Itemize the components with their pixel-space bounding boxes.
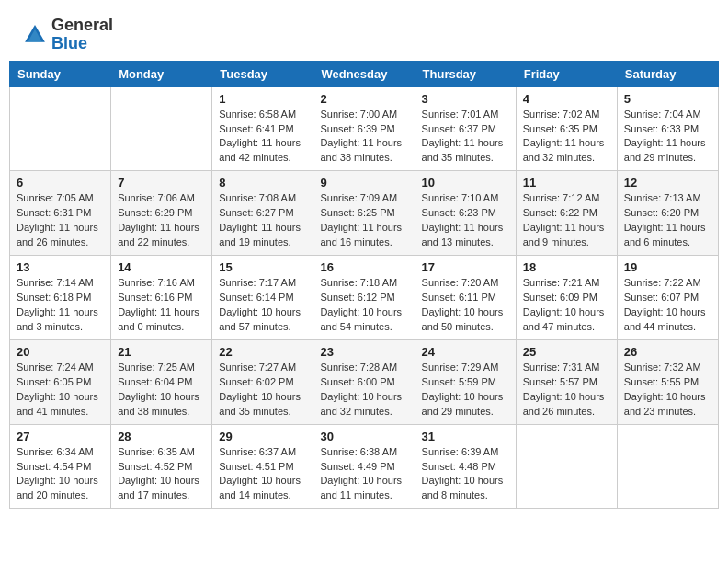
calendar-cell: 22Sunrise: 7:27 AMSunset: 6:02 PMDayligh…: [212, 339, 313, 424]
day-info: Sunrise: 7:27 AMSunset: 6:02 PMDaylight:…: [219, 361, 306, 419]
day-info: Sunrise: 7:14 AMSunset: 6:18 PMDaylight:…: [17, 276, 104, 335]
page-header: General Blue: [0, 0, 728, 61]
calendar-cell: 17Sunrise: 7:20 AMSunset: 6:11 PMDayligh…: [415, 256, 516, 340]
calendar-cell: 24Sunrise: 7:29 AMSunset: 5:59 PMDayligh…: [415, 339, 516, 424]
day-info: Sunrise: 7:32 AMSunset: 5:55 PMDaylight:…: [624, 361, 711, 419]
day-number: 3: [422, 92, 509, 106]
calendar-cell: 15Sunrise: 7:17 AMSunset: 6:14 PMDayligh…: [212, 256, 313, 340]
day-info: Sunrise: 7:25 AMSunset: 6:04 PMDaylight:…: [118, 361, 205, 419]
calendar-cell: 31Sunrise: 6:39 AMSunset: 4:48 PMDayligh…: [415, 424, 516, 509]
day-info: Sunrise: 7:06 AMSunset: 6:29 PMDaylight:…: [118, 191, 205, 250]
day-info: Sunrise: 7:22 AMSunset: 6:07 PMDaylight:…: [624, 276, 711, 335]
day-number: 10: [422, 176, 509, 190]
day-number: 14: [118, 260, 205, 274]
day-info: Sunrise: 7:20 AMSunset: 6:11 PMDaylight:…: [422, 276, 509, 335]
calendar-cell: 27Sunrise: 6:34 AMSunset: 4:54 PMDayligh…: [10, 424, 111, 509]
logo-icon: [22, 22, 48, 48]
calendar-week-row: 1Sunrise: 6:58 AMSunset: 6:41 PMDaylight…: [10, 86, 719, 171]
day-number: 7: [118, 176, 205, 190]
calendar-week-row: 27Sunrise: 6:34 AMSunset: 4:54 PMDayligh…: [10, 424, 719, 509]
day-info: Sunrise: 7:09 AMSunset: 6:25 PMDaylight:…: [320, 191, 407, 250]
weekday-header-friday: Friday: [516, 61, 617, 86]
day-number: 26: [624, 345, 711, 359]
calendar-cell: 7Sunrise: 7:06 AMSunset: 6:29 PMDaylight…: [111, 171, 212, 256]
calendar-cell: 26Sunrise: 7:32 AMSunset: 5:55 PMDayligh…: [617, 339, 718, 424]
calendar-cell: [516, 424, 617, 509]
calendar-cell: 3Sunrise: 7:01 AMSunset: 6:37 PMDaylight…: [415, 86, 516, 171]
calendar-week-row: 6Sunrise: 7:05 AMSunset: 6:31 PMDaylight…: [10, 171, 719, 256]
day-info: Sunrise: 7:00 AMSunset: 6:39 PMDaylight:…: [320, 108, 407, 167]
day-number: 15: [219, 260, 306, 274]
day-info: Sunrise: 6:38 AMSunset: 4:49 PMDaylight:…: [320, 445, 407, 504]
day-number: 19: [624, 260, 711, 274]
day-info: Sunrise: 7:24 AMSunset: 6:05 PMDaylight:…: [17, 361, 104, 419]
day-info: Sunrise: 6:34 AMSunset: 4:54 PMDaylight:…: [17, 445, 104, 504]
calendar-week-row: 13Sunrise: 7:14 AMSunset: 6:18 PMDayligh…: [10, 256, 719, 340]
calendar-cell: [111, 86, 212, 171]
calendar-cell: 11Sunrise: 7:12 AMSunset: 6:22 PMDayligh…: [516, 171, 617, 256]
day-number: 5: [624, 92, 711, 106]
day-number: 18: [523, 260, 610, 274]
calendar-cell: 12Sunrise: 7:13 AMSunset: 6:20 PMDayligh…: [617, 171, 718, 256]
day-info: Sunrise: 7:16 AMSunset: 6:16 PMDaylight:…: [118, 276, 205, 335]
day-info: Sunrise: 6:35 AMSunset: 4:52 PMDaylight:…: [118, 445, 205, 504]
calendar-cell: 30Sunrise: 6:38 AMSunset: 4:49 PMDayligh…: [313, 424, 415, 509]
day-info: Sunrise: 7:21 AMSunset: 6:09 PMDaylight:…: [523, 276, 610, 335]
calendar-cell: 4Sunrise: 7:02 AMSunset: 6:35 PMDaylight…: [516, 86, 617, 171]
day-number: 21: [118, 345, 205, 359]
day-number: 17: [422, 260, 509, 274]
weekday-row: SundayMondayTuesdayWednesdayThursdayFrid…: [10, 61, 719, 86]
calendar-header: SundayMondayTuesdayWednesdayThursdayFrid…: [10, 61, 719, 86]
day-number: 31: [422, 430, 509, 443]
day-info: Sunrise: 7:04 AMSunset: 6:33 PMDaylight:…: [624, 108, 711, 167]
day-info: Sunrise: 7:28 AMSunset: 6:00 PMDaylight:…: [320, 361, 407, 419]
calendar-cell: 1Sunrise: 6:58 AMSunset: 6:41 PMDaylight…: [212, 86, 313, 171]
day-info: Sunrise: 7:18 AMSunset: 6:12 PMDaylight:…: [320, 276, 407, 335]
day-info: Sunrise: 7:10 AMSunset: 6:23 PMDaylight:…: [422, 191, 509, 250]
day-info: Sunrise: 7:01 AMSunset: 6:37 PMDaylight:…: [422, 108, 509, 167]
calendar-table: SundayMondayTuesdayWednesdayThursdayFrid…: [9, 61, 719, 510]
calendar-cell: 14Sunrise: 7:16 AMSunset: 6:16 PMDayligh…: [111, 256, 212, 340]
calendar-cell: [10, 86, 111, 171]
calendar-container: SundayMondayTuesdayWednesdayThursdayFrid…: [0, 61, 728, 519]
day-number: 11: [523, 176, 610, 190]
calendar-cell: 20Sunrise: 7:24 AMSunset: 6:05 PMDayligh…: [10, 339, 111, 424]
weekday-header-wednesday: Wednesday: [313, 61, 415, 86]
day-number: 4: [523, 92, 610, 106]
weekday-header-sunday: Sunday: [10, 61, 111, 86]
logo-text: General Blue: [51, 17, 113, 53]
calendar-cell: 10Sunrise: 7:10 AMSunset: 6:23 PMDayligh…: [415, 171, 516, 256]
calendar-cell: 21Sunrise: 7:25 AMSunset: 6:04 PMDayligh…: [111, 339, 212, 424]
day-info: Sunrise: 7:13 AMSunset: 6:20 PMDaylight:…: [624, 191, 711, 250]
calendar-week-row: 20Sunrise: 7:24 AMSunset: 6:05 PMDayligh…: [10, 339, 719, 424]
day-number: 16: [320, 260, 407, 274]
day-number: 20: [17, 345, 104, 359]
day-number: 13: [17, 260, 104, 274]
day-number: 29: [219, 430, 306, 443]
calendar-cell: 19Sunrise: 7:22 AMSunset: 6:07 PMDayligh…: [617, 256, 718, 340]
weekday-header-tuesday: Tuesday: [212, 61, 313, 86]
day-number: 2: [320, 92, 407, 106]
calendar-cell: 18Sunrise: 7:21 AMSunset: 6:09 PMDayligh…: [516, 256, 617, 340]
calendar-cell: 25Sunrise: 7:31 AMSunset: 5:57 PMDayligh…: [516, 339, 617, 424]
calendar-cell: 2Sunrise: 7:00 AMSunset: 6:39 PMDaylight…: [313, 86, 415, 171]
day-info: Sunrise: 7:29 AMSunset: 5:59 PMDaylight:…: [422, 361, 509, 419]
day-info: Sunrise: 7:05 AMSunset: 6:31 PMDaylight:…: [17, 191, 104, 250]
weekday-header-thursday: Thursday: [415, 61, 516, 86]
day-number: 22: [219, 345, 306, 359]
day-number: 25: [523, 345, 610, 359]
calendar-cell: 5Sunrise: 7:04 AMSunset: 6:33 PMDaylight…: [617, 86, 718, 171]
logo-blue-text: Blue: [51, 34, 87, 52]
day-number: 27: [17, 430, 104, 443]
calendar-body: 1Sunrise: 6:58 AMSunset: 6:41 PMDaylight…: [10, 86, 719, 509]
calendar-cell: 28Sunrise: 6:35 AMSunset: 4:52 PMDayligh…: [111, 424, 212, 509]
calendar-cell: 16Sunrise: 7:18 AMSunset: 6:12 PMDayligh…: [313, 256, 415, 340]
calendar-cell: 6Sunrise: 7:05 AMSunset: 6:31 PMDaylight…: [10, 171, 111, 256]
day-info: Sunrise: 6:39 AMSunset: 4:48 PMDaylight:…: [422, 445, 509, 504]
calendar-cell: [617, 424, 718, 509]
day-number: 23: [320, 345, 407, 359]
calendar-cell: 13Sunrise: 7:14 AMSunset: 6:18 PMDayligh…: [10, 256, 111, 340]
day-info: Sunrise: 6:58 AMSunset: 6:41 PMDaylight:…: [219, 108, 306, 167]
day-number: 30: [320, 430, 407, 443]
logo-general-text: General: [51, 16, 113, 34]
